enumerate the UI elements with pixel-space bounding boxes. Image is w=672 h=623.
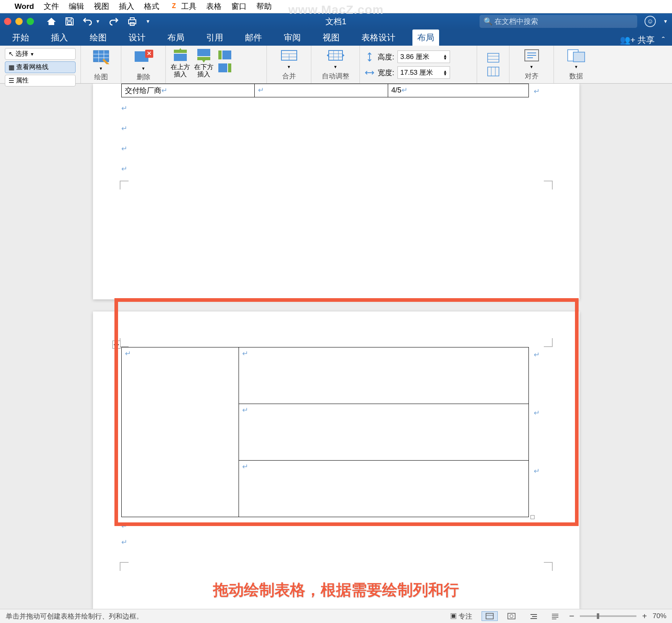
properties-icon: ☰: [8, 77, 14, 84]
height-input[interactable]: 3.86 厘米▲▼: [397, 51, 450, 63]
properties-button[interactable]: ☰属性: [5, 75, 76, 86]
view-gridlines-button[interactable]: ▦查看网格线: [5, 61, 76, 73]
svg-rect-17: [218, 63, 227, 72]
svg-rect-28: [488, 53, 499, 62]
tab-review[interactable]: 审阅: [279, 29, 306, 46]
align-button[interactable]: ▼: [522, 48, 541, 70]
table-1[interactable]: 交付给厂商↵ ↵ 4/5↵: [121, 84, 529, 97]
close-window-button[interactable]: [4, 18, 11, 25]
svg-rect-16: [218, 51, 222, 59]
web-layout-view-button[interactable]: [503, 611, 520, 621]
print-icon[interactable]: [127, 17, 137, 26]
tab-table-layout[interactable]: 布局: [412, 29, 439, 46]
zoom-out-button[interactable]: −: [569, 611, 574, 621]
insert-right-button[interactable]: [218, 63, 232, 73]
align-icon: [522, 48, 541, 63]
autofit-button[interactable]: ▼: [325, 48, 346, 70]
ribbon: ↖选择 ▼ ▦查看网格线 ☰属性 ▼ 绘图 ✕ ▼ 删除 在上方 插入 在下方 …: [0, 46, 672, 84]
svg-rect-15: [222, 51, 231, 59]
svg-text:✕: ✕: [147, 50, 152, 57]
home-icon[interactable]: [46, 17, 57, 26]
document-title: 文档1: [325, 16, 346, 27]
menu-help[interactable]: 帮助: [256, 1, 272, 12]
svg-rect-13: [197, 49, 210, 56]
draw-table-button[interactable]: ▼: [92, 48, 110, 72]
insert-below-icon: [196, 48, 212, 63]
menu-file[interactable]: 文件: [44, 1, 59, 12]
mac-menubar: Word 文件 编辑 视图 插入 格式 Z工具 表格 窗口 帮助: [0, 0, 672, 13]
merge-button[interactable]: ▼: [280, 48, 298, 70]
select-button[interactable]: ↖选择 ▼: [5, 48, 76, 60]
save-icon[interactable]: [65, 17, 74, 26]
menu-view[interactable]: 视图: [94, 1, 109, 12]
menu-table[interactable]: 表格: [206, 1, 222, 12]
window-controls: [4, 18, 34, 25]
ribbon-tabs: 开始 插入 绘图 设计 布局 引用 邮件 审阅 视图 表格设计 布局 👥+共享 …: [0, 29, 672, 46]
delete-icon: ✕: [132, 48, 155, 64]
align-group-label: 对齐: [525, 71, 539, 81]
redo-icon[interactable]: [108, 17, 119, 26]
width-label: 宽度:: [378, 68, 394, 78]
app-name[interactable]: Word: [15, 2, 34, 11]
width-input[interactable]: 17.53 厘米▲▼: [397, 66, 450, 79]
distribute-rows-button[interactable]: [487, 53, 500, 63]
share-button[interactable]: 👥+共享 ˆ: [620, 34, 665, 46]
feedback-icon[interactable]: ☺: [645, 16, 656, 27]
qat-dropdown-icon[interactable]: ▼: [146, 19, 150, 24]
tab-references[interactable]: 引用: [201, 29, 228, 46]
print-layout-view-button[interactable]: [482, 611, 498, 621]
svg-rect-40: [486, 613, 493, 619]
insert-above-icon: [172, 48, 188, 63]
zoom-level[interactable]: 70%: [653, 612, 666, 620]
data-group-label: 数据: [569, 71, 583, 81]
merge-icon: [280, 48, 298, 63]
delete-button[interactable]: ✕ ▼: [132, 48, 155, 72]
focus-mode-button[interactable]: ▣ 专注: [446, 610, 476, 622]
undo-dropdown-icon[interactable]: ▼: [95, 19, 100, 24]
distribute-cols-button[interactable]: [487, 66, 500, 77]
tab-layout[interactable]: 布局: [163, 29, 189, 46]
table-row[interactable]: 交付给厂商↵ ↵ 4/5↵: [121, 84, 528, 97]
menu-tools[interactable]: Z工具: [169, 1, 197, 12]
minimize-window-button[interactable]: [15, 18, 23, 25]
undo-icon[interactable]: [82, 17, 93, 26]
zoom-in-button[interactable]: +: [642, 612, 647, 621]
statusbar: 单击并拖动可创建表格并绘制行、列和边框。 ▣ 专注 − + 70%: [0, 609, 672, 623]
chevron-down-icon: ▼: [30, 52, 34, 57]
tab-table-design[interactable]: 表格设计: [357, 29, 400, 46]
collapse-ribbon-icon[interactable]: ˆ: [662, 35, 665, 45]
menu-insert[interactable]: 插入: [119, 1, 134, 12]
tab-insert[interactable]: 插入: [46, 29, 73, 46]
insert-left-button[interactable]: [218, 50, 232, 60]
tab-home[interactable]: 开始: [7, 29, 34, 46]
svg-rect-14: [197, 57, 210, 60]
zoom-slider[interactable]: [580, 615, 636, 617]
tab-draw[interactable]: 绘图: [85, 29, 112, 46]
svg-rect-1: [130, 18, 134, 20]
menu-edit[interactable]: 编辑: [69, 1, 84, 12]
tab-mailings[interactable]: 邮件: [240, 29, 267, 46]
insert-above-button[interactable]: 在上方 插入: [171, 48, 190, 78]
data-button[interactable]: ▼: [566, 48, 586, 70]
menu-window[interactable]: 窗口: [231, 1, 247, 12]
zoom-window-button[interactable]: [27, 18, 34, 25]
width-icon: [365, 68, 374, 78]
draft-view-button[interactable]: [547, 611, 563, 621]
tab-design[interactable]: 设计: [124, 29, 150, 46]
autofit-group-label: 自动调整: [322, 71, 349, 81]
pointer-icon: ↖: [8, 50, 14, 58]
svg-rect-39: [573, 52, 585, 62]
tab-view[interactable]: 视图: [318, 29, 344, 46]
annotation-text: 拖动绘制表格，根据需要绘制列和行: [213, 580, 459, 600]
share-icon: 👥+: [620, 35, 635, 45]
grid-icon: ▦: [8, 63, 15, 71]
insert-below-button[interactable]: 在下方 插入: [194, 48, 213, 78]
outline-view-button[interactable]: [525, 611, 541, 621]
height-label: 高度:: [378, 52, 394, 62]
feedback-dropdown-icon[interactable]: ▼: [663, 19, 668, 24]
search-input[interactable]: 🔍 在文档中搜索: [480, 15, 637, 28]
stepper-icon[interactable]: ▲▼: [443, 70, 447, 76]
menu-format[interactable]: 格式: [144, 1, 159, 12]
stepper-icon[interactable]: ▲▼: [443, 54, 447, 60]
svg-rect-31: [488, 67, 499, 76]
